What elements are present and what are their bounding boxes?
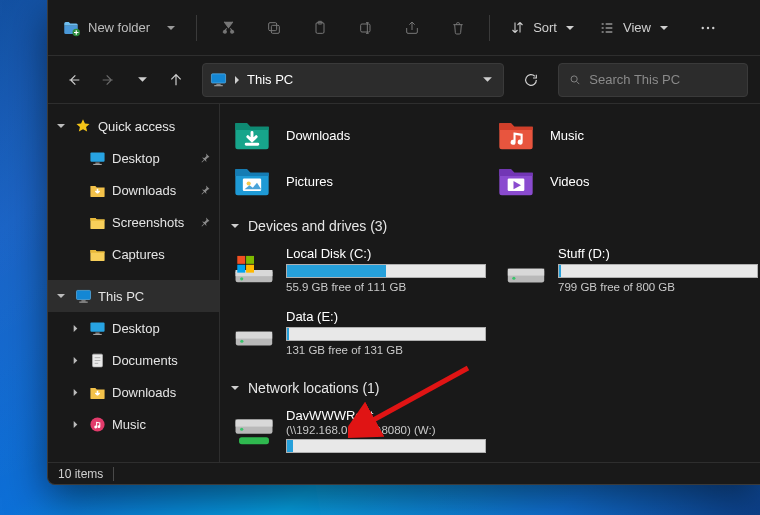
music-icon <box>88 415 106 433</box>
sort-button[interactable]: Sort <box>500 9 585 47</box>
sidebar-item-music[interactable]: Music <box>48 408 219 440</box>
folder-music[interactable]: Music <box>492 112 756 158</box>
refresh-button[interactable] <box>514 63 548 97</box>
rename-button[interactable] <box>345 9 387 47</box>
chevron-down-icon <box>230 383 240 393</box>
drive-net-icon <box>232 412 276 448</box>
this-pc-label: This PC <box>98 289 144 304</box>
svg-rect-11 <box>214 85 223 86</box>
file-explorer-window: New folder Sort View <box>47 0 760 485</box>
folder-downloads[interactable]: Downloads <box>228 112 492 158</box>
videos-big-icon <box>496 161 536 201</box>
svg-rect-41 <box>236 420 273 427</box>
chevron-right-icon <box>71 420 80 429</box>
more-button[interactable] <box>687 9 729 47</box>
svg-rect-21 <box>93 334 102 335</box>
cut-icon <box>220 19 237 36</box>
delete-button[interactable] <box>437 9 479 47</box>
svg-point-36 <box>512 277 515 280</box>
group-devices-drives[interactable]: Devices and drives (3) <box>230 212 756 240</box>
new-folder-button[interactable]: New folder <box>54 9 186 47</box>
folder-videos[interactable]: Videos <box>492 158 756 204</box>
folder-label: Music <box>550 128 584 143</box>
pin-icon <box>199 152 211 164</box>
address-dropdown[interactable] <box>477 74 497 85</box>
svg-rect-43 <box>239 437 269 444</box>
sidebar-item-screenshots[interactable]: Screenshots <box>48 206 219 238</box>
view-button[interactable]: View <box>589 9 679 47</box>
refresh-icon <box>523 72 539 88</box>
search-input[interactable] <box>589 72 737 87</box>
back-button[interactable] <box>58 64 90 96</box>
drive-usage-bar <box>286 264 486 278</box>
sidebar-this-pc[interactable]: This PC <box>48 280 219 312</box>
svg-point-29 <box>240 277 243 280</box>
star-icon <box>74 117 92 135</box>
chevron-down-icon <box>56 121 66 131</box>
chevron-right-icon <box>71 324 80 333</box>
downloads-icon <box>88 181 106 199</box>
folder-pictures[interactable]: Pictures <box>228 158 492 204</box>
svg-rect-14 <box>95 162 99 163</box>
separator <box>196 15 197 41</box>
svg-point-23 <box>90 417 104 431</box>
sidebar-item-documents[interactable]: Documents <box>48 344 219 376</box>
drive-sub: (\\192.168.0.199@8080) (W:) <box>286 424 488 436</box>
desktop-icon <box>88 149 106 167</box>
forward-button[interactable] <box>92 64 124 96</box>
drive-free: 799 GB free of 800 GB <box>558 281 758 293</box>
sidebar-item-label: Captures <box>112 247 165 262</box>
search-box[interactable] <box>558 63 748 97</box>
svg-rect-13 <box>90 152 104 161</box>
svg-rect-38 <box>236 332 272 339</box>
folder-label: Downloads <box>286 128 350 143</box>
drive-usage-bar <box>286 327 486 341</box>
share-button[interactable] <box>391 9 433 47</box>
quick-access-label: Quick access <box>98 119 175 134</box>
svg-point-8 <box>712 26 714 28</box>
address-bar[interactable]: This PC <box>202 63 504 97</box>
folder-label: Videos <box>550 174 590 189</box>
sidebar-item-captures[interactable]: Captures <box>48 238 219 270</box>
address-location: This PC <box>247 72 293 87</box>
sort-icon <box>510 20 525 35</box>
toolbar: New folder Sort View <box>48 0 760 56</box>
chevron-down-icon <box>482 74 493 85</box>
chevron-down-icon <box>166 23 176 33</box>
paste-icon <box>312 20 328 36</box>
separator <box>489 15 490 41</box>
arrow-up-icon <box>168 72 184 88</box>
copy-button[interactable] <box>253 9 295 47</box>
drive-data-e-[interactable]: Data (E:) 131 GB free of 131 GB <box>228 307 495 366</box>
up-button[interactable] <box>160 64 192 96</box>
sidebar-quick-access[interactable]: Quick access <box>48 110 219 142</box>
svg-rect-10 <box>216 84 220 85</box>
chevron-right-icon <box>71 388 80 397</box>
sidebar-item-downloads[interactable]: Downloads <box>48 376 219 408</box>
search-icon <box>569 73 581 87</box>
cut-button[interactable] <box>207 9 249 47</box>
sidebar-item-label: Downloads <box>112 183 176 198</box>
paste-button[interactable] <box>299 9 341 47</box>
sidebar-item-desktop[interactable]: Desktop <box>48 142 219 174</box>
pictures-big-icon <box>232 161 272 201</box>
svg-point-6 <box>701 26 703 28</box>
svg-rect-19 <box>90 322 104 331</box>
svg-rect-17 <box>81 300 85 301</box>
sidebar-item-downloads[interactable]: Downloads <box>48 174 219 206</box>
drive-free: 55.9 GB free of 111 GB <box>286 281 486 293</box>
pin-icon <box>199 216 211 228</box>
group-network[interactable]: Network locations (1) <box>230 374 756 402</box>
recent-button[interactable] <box>126 64 158 96</box>
sidebar-item-desktop[interactable]: Desktop <box>48 312 219 344</box>
drive-name: Stuff (D:) <box>558 246 758 261</box>
this-pc-icon <box>74 287 92 305</box>
drive-davwwwroot[interactable]: DavWWWRoot (\\192.168.0.199@8080) (W:) <box>228 406 492 462</box>
sidebar-item-label: Downloads <box>112 385 176 400</box>
svg-rect-9 <box>211 74 225 83</box>
svg-rect-16 <box>76 290 90 299</box>
svg-rect-20 <box>95 332 99 333</box>
drive-stuff-d-[interactable]: Stuff (D:) 799 GB free of 800 GB <box>500 244 760 303</box>
drive-local-disk-c-[interactable]: Local Disk (C:) 55.9 GB free of 111 GB <box>228 244 490 303</box>
downloads-big-icon <box>232 115 272 155</box>
